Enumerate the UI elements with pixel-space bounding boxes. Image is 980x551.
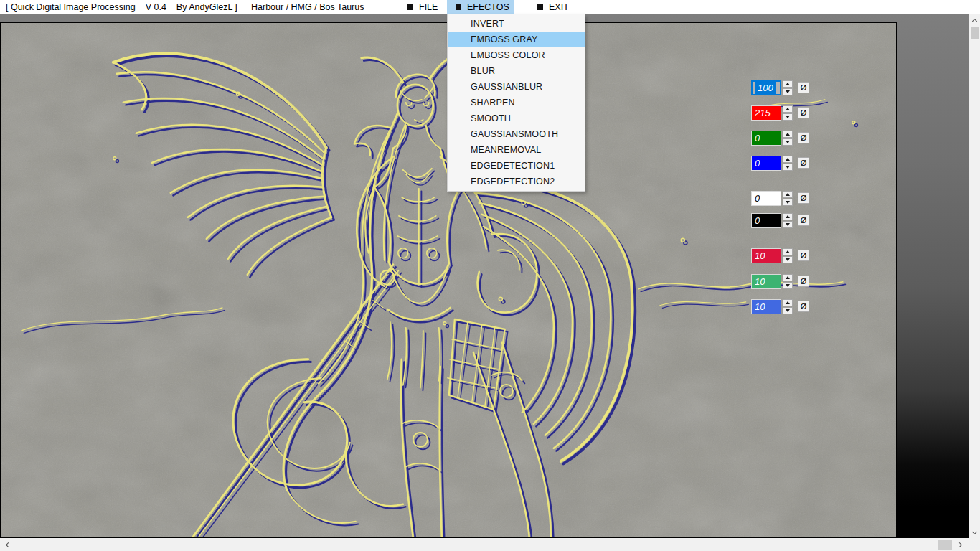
triangle-up-icon (786, 83, 790, 85)
spin-down-button[interactable] (783, 164, 793, 171)
reset-zero-button[interactable]: Ø (798, 157, 809, 169)
reset-zero-button[interactable]: Ø (798, 132, 809, 143)
scroll-up-button[interactable] (969, 14, 980, 25)
reset-zero-button[interactable]: Ø (798, 250, 809, 261)
spinner-row-8: 10Ø (751, 274, 812, 290)
channel-value: 215 (755, 107, 771, 119)
vertical-scrollbar[interactable] (969, 14, 980, 538)
channel-value-field[interactable]: 0 (751, 191, 781, 206)
menu-item-sharpen[interactable]: SHARPEN (448, 95, 585, 110)
menu-bar: [ Quick Digital Image ProcessingV 0.4By … (0, 0, 980, 14)
spin-up-button[interactable] (783, 213, 793, 220)
reset-zero-button[interactable]: Ø (798, 215, 809, 226)
spin-down-button[interactable] (783, 282, 793, 289)
triangle-up-icon (786, 276, 790, 279)
spin-up-button[interactable] (783, 248, 793, 255)
channel-value-field[interactable]: 10 (751, 248, 781, 263)
spinner-buttons (783, 156, 793, 171)
triangle-up-icon (786, 133, 790, 136)
horizontal-scrollbar-thumb[interactable] (938, 540, 952, 550)
menu-item-smooth[interactable]: SMOOTH (448, 110, 585, 126)
menu-item-edgedetection1[interactable]: EDGEDETECTION1 (448, 158, 585, 174)
scroll-left-button[interactable] (1, 538, 13, 551)
spin-up-button[interactable] (783, 299, 793, 306)
channel-value-field[interactable]: 100 (751, 80, 781, 95)
chevron-up-icon (972, 18, 977, 23)
spin-down-button[interactable] (783, 113, 793, 121)
triangle-down-icon (786, 201, 790, 204)
triangle-up-icon (786, 158, 790, 161)
spin-up-button[interactable] (783, 191, 793, 198)
spin-down-button[interactable] (783, 307, 793, 314)
triangle-down-icon (786, 166, 790, 169)
channel-value-field[interactable]: 10 (751, 299, 781, 314)
spin-up-button[interactable] (783, 80, 793, 88)
menu-square-icon (407, 4, 413, 10)
spinner-buttons (783, 131, 793, 146)
triangle-down-icon (786, 223, 790, 226)
channel-value: 0 (755, 192, 760, 204)
menu-item-meanremoval[interactable]: MEANREMOVAL (448, 142, 585, 158)
menubar-item-exit[interactable]: EXIT (529, 0, 578, 14)
spinner-buttons (783, 105, 793, 121)
menu-item-gaussianblur[interactable]: GAUSSIANBLUR (448, 79, 585, 95)
scroll-down-button[interactable] (969, 527, 980, 538)
spin-down-button[interactable] (783, 138, 793, 146)
spinner-row-2: 215Ø (751, 105, 812, 121)
triangle-down-icon (786, 90, 790, 93)
menu-square-icon (537, 4, 543, 10)
spinner-row-4: 0Ø (751, 156, 812, 171)
channel-value: 0 (755, 215, 760, 227)
menubar-item-efectos[interactable]: EFECTOS (447, 0, 514, 14)
chevron-down-icon (972, 529, 977, 534)
spinner-buttons (783, 213, 793, 228)
chevron-left-icon (6, 542, 11, 547)
menu-item-invert[interactable]: INVERT (448, 16, 585, 32)
menubar-item-file[interactable]: FILE (399, 0, 446, 14)
menu-item-emboss-color[interactable]: EMBOSS COLOR (448, 47, 585, 63)
reset-zero-button[interactable]: Ø (798, 192, 809, 204)
channel-value-field[interactable]: 10 (751, 274, 781, 289)
spin-up-button[interactable] (783, 156, 793, 163)
menubar-label: FILE (419, 2, 438, 12)
menu-item-gaussiansmooth[interactable]: GAUSSIANSMOOTH (448, 126, 585, 142)
menu-item-blur[interactable]: BLUR (448, 63, 585, 79)
spinner-buttons (783, 248, 793, 263)
vertical-scrollbar-thumb[interactable] (971, 27, 979, 39)
reset-zero-button[interactable]: Ø (798, 107, 809, 118)
spinner-row-9: 10Ø (751, 299, 812, 315)
channel-value: 10 (755, 276, 765, 288)
scrollbar-corner (969, 538, 980, 551)
triangle-down-icon (786, 284, 790, 287)
channel-value-field[interactable]: 0 (751, 156, 781, 171)
channel-value-field[interactable]: 0 (751, 213, 781, 228)
spin-down-button[interactable] (783, 199, 793, 206)
reset-zero-button[interactable]: Ø (798, 276, 809, 287)
triangle-down-icon (786, 141, 790, 143)
channel-value: 100 (755, 82, 776, 94)
chevron-right-icon (957, 542, 962, 547)
spinner-row-7: 10Ø (751, 248, 812, 264)
spin-down-button[interactable] (783, 88, 793, 95)
menu-item-edgedetection2[interactable]: EDGEDETECTION2 (448, 174, 585, 189)
spin-up-button[interactable] (783, 105, 793, 113)
channel-value-field[interactable]: 0 (751, 131, 781, 146)
channel-value: 10 (755, 301, 765, 313)
menu-item-emboss-gray[interactable]: EMBOSS GRAY (448, 32, 585, 47)
scroll-right-button[interactable] (955, 538, 966, 551)
menubar-label: EFECTOS (467, 2, 509, 12)
spin-down-button[interactable] (783, 221, 793, 228)
spinner-row-3: 0Ø (751, 131, 812, 146)
triangle-down-icon (786, 258, 790, 261)
spinner-row-1: 100Ø (751, 80, 812, 96)
channel-value-field[interactable]: 215 (751, 105, 781, 121)
reset-zero-button[interactable]: Ø (798, 301, 809, 312)
spin-down-button[interactable] (783, 256, 793, 263)
reset-zero-button[interactable]: Ø (798, 82, 809, 93)
app-window: [ Quick Digital Image ProcessingV 0.4By … (0, 0, 980, 551)
spin-up-button[interactable] (783, 131, 793, 138)
horizontal-scrollbar[interactable] (0, 538, 969, 551)
spinner-buttons (783, 80, 793, 95)
spinner-row-5: 0Ø (751, 191, 812, 207)
spin-up-button[interactable] (783, 274, 793, 281)
